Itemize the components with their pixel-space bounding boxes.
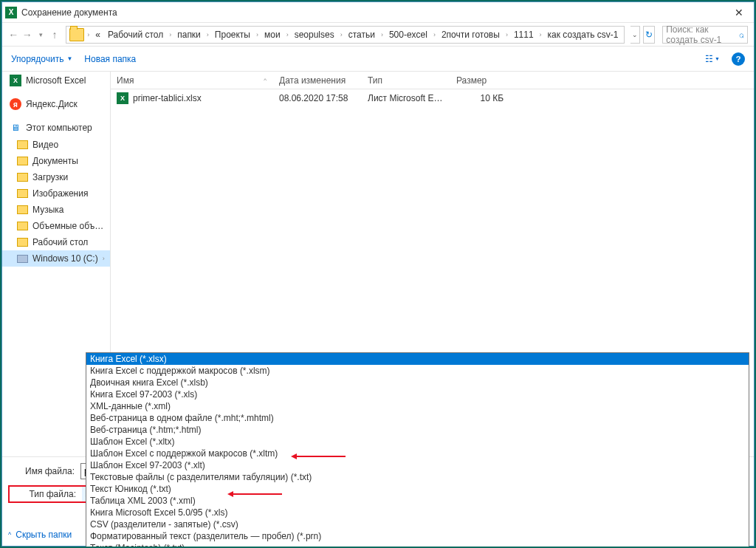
filetype-dropdown[interactable]: Книга Excel (*.xlsx)Книга Excel с поддер… xyxy=(86,352,749,547)
crumb[interactable]: папки xyxy=(174,28,204,41)
chevron-up-icon: ^ xyxy=(8,531,11,538)
toolbar: Упорядочить▼ Новая папка ☷▼ ? xyxy=(2,47,754,72)
annotation-arrow xyxy=(230,493,282,495)
col-name[interactable]: Имя^ xyxy=(111,75,273,86)
window-title: Сохранение документа xyxy=(21,7,727,18)
col-date[interactable]: Дата изменения xyxy=(273,75,362,86)
file-row[interactable]: Xprimer-tablici.xlsx 08.06.2020 17:58 Ли… xyxy=(111,89,754,107)
filetype-option[interactable]: Текстовые файлы (с разделителями табуляц… xyxy=(86,471,749,483)
file-type: Лист Microsoft Ex… xyxy=(362,93,450,103)
folder-icon xyxy=(17,157,28,165)
filetype-option[interactable]: Текст (Macintosh) (*.txt) xyxy=(86,542,749,547)
col-type[interactable]: Тип xyxy=(362,75,450,86)
filetype-option[interactable]: CSV (разделители - запятые) (*.csv) xyxy=(86,518,749,530)
search-input[interactable]: Поиск: как создать csv-1 ⌕ xyxy=(662,26,748,44)
filetype-option[interactable]: Текст Юникод (*.txt) xyxy=(86,483,749,495)
sidebar-pictures[interactable]: Изображения xyxy=(2,185,110,202)
sidebar-downloads[interactable]: Загрузки xyxy=(2,169,110,185)
sidebar-excel[interactable]: XMicrosoft Excel xyxy=(2,72,110,89)
filetype-option[interactable]: Таблица XML 2003 (*.xml) xyxy=(86,495,749,507)
chevron-icon: › xyxy=(86,31,91,38)
filename-label: Имя файла: xyxy=(8,466,80,476)
filetype-option[interactable]: Веб-страница (*.htm;*.html) xyxy=(86,424,749,436)
filetype-option[interactable]: Форматированный текст (разделитель — про… xyxy=(86,530,749,542)
filetype-option[interactable]: Шаблон Excel 97-2003 (*.xlt) xyxy=(86,459,749,471)
sidebar-docs[interactable]: Документы xyxy=(2,153,110,169)
sidebar-yandex[interactable]: яЯндекс.Диск xyxy=(2,95,110,113)
folder-icon xyxy=(69,28,84,41)
crumb[interactable]: как создать csv-1 xyxy=(545,28,622,41)
crumb[interactable]: Проекты xyxy=(212,28,253,41)
search-placeholder: Поиск: как создать csv-1 xyxy=(666,24,739,45)
path-dropdown[interactable]: ⌄ xyxy=(630,26,639,44)
view-button[interactable]: ☷▼ xyxy=(705,52,720,66)
filetype-option[interactable]: Книга Excel 97-2003 (*.xls) xyxy=(86,388,749,400)
folder-icon xyxy=(17,238,28,247)
sidebar-thispc[interactable]: 🖥Этот компьютер xyxy=(2,119,110,137)
yandex-icon: я xyxy=(10,98,21,110)
forward-button[interactable]: → xyxy=(22,27,33,43)
newfolder-button[interactable]: Новая папка xyxy=(84,54,136,64)
sidebar-drive-c[interactable]: Windows 10 (C:)› xyxy=(2,250,110,267)
filetype-option[interactable]: XML-данные (*.xml) xyxy=(86,400,749,412)
breadcrumb[interactable]: › « Рабочий стол› папки› Проекты› мои› s… xyxy=(66,26,625,44)
excel-icon: X xyxy=(5,7,17,18)
filetype-option[interactable]: Шаблон Excel с поддержкой макросов (*.xl… xyxy=(86,448,749,459)
filetype-option[interactable]: Веб-страница в одном файле (*.mht;*.mhtm… xyxy=(86,412,749,424)
file-date: 08.06.2020 17:58 xyxy=(273,93,362,103)
sidebar-music[interactable]: Музыка xyxy=(2,202,110,218)
close-button[interactable]: ✕ xyxy=(727,4,751,21)
sidebar-video[interactable]: Видео xyxy=(2,137,110,153)
crumb[interactable]: « xyxy=(92,28,103,41)
filetype-option[interactable]: Книга Microsoft Excel 5.0/95 (*.xls) xyxy=(86,507,749,518)
crumb[interactable]: статьи xyxy=(346,28,378,41)
save-dialog: X Сохранение документа ✕ ← → ▾ ↑ › « Раб… xyxy=(1,1,755,547)
col-size[interactable]: Размер xyxy=(450,75,509,86)
annotation-arrow xyxy=(294,456,346,457)
filetype-option[interactable]: Книга Excel (*.xlsx) xyxy=(86,353,749,365)
drive-icon xyxy=(17,255,28,263)
crumb[interactable]: 1111 xyxy=(511,28,537,41)
help-button[interactable]: ? xyxy=(732,52,745,66)
filetype-option[interactable]: Шаблон Excel (*.xltx) xyxy=(86,436,749,448)
folder-icon xyxy=(17,189,28,198)
sidebar-desktop[interactable]: Рабочий стол xyxy=(2,234,110,250)
file-size: 10 КБ xyxy=(450,93,509,103)
column-headers: Имя^ Дата изменения Тип Размер xyxy=(111,72,754,89)
filetype-option[interactable]: Книга Excel с поддержкой макросов (*.xls… xyxy=(86,365,749,377)
sidebar-3d[interactable]: Объемные объ… xyxy=(2,218,110,234)
search-icon: ⌕ xyxy=(739,30,744,40)
excel-file-icon: X xyxy=(117,92,128,104)
crumb[interactable]: seopulses xyxy=(292,28,337,41)
sort-icon: ^ xyxy=(264,77,267,83)
refresh-button[interactable]: ↻ xyxy=(643,26,656,44)
folder-icon xyxy=(17,222,28,230)
titlebar: X Сохранение документа ✕ xyxy=(2,2,754,23)
folder-icon xyxy=(17,140,28,149)
filetype-label: Тип файла: xyxy=(10,489,82,499)
back-button[interactable]: ← xyxy=(8,27,19,43)
crumb[interactable]: Рабочий стол xyxy=(105,28,166,41)
up-button[interactable]: ↑ xyxy=(49,27,61,43)
crumb[interactable]: 2почти готовы xyxy=(439,28,503,41)
crumb[interactable]: мои xyxy=(261,28,284,41)
recent-dropdown[interactable]: ▾ xyxy=(35,27,47,43)
pc-icon: 🖥 xyxy=(10,122,21,134)
folder-icon xyxy=(17,173,28,182)
crumb[interactable]: 500-excel xyxy=(386,28,430,41)
filetype-option[interactable]: Двоичная книга Excel (*.xlsb) xyxy=(86,377,749,388)
folder-icon xyxy=(17,205,28,214)
expand-icon[interactable]: › xyxy=(103,255,106,262)
navbar: ← → ▾ ↑ › « Рабочий стол› папки› Проекты… xyxy=(2,23,754,47)
excel-icon: X xyxy=(10,75,21,86)
organize-button[interactable]: Упорядочить▼ xyxy=(11,54,72,64)
